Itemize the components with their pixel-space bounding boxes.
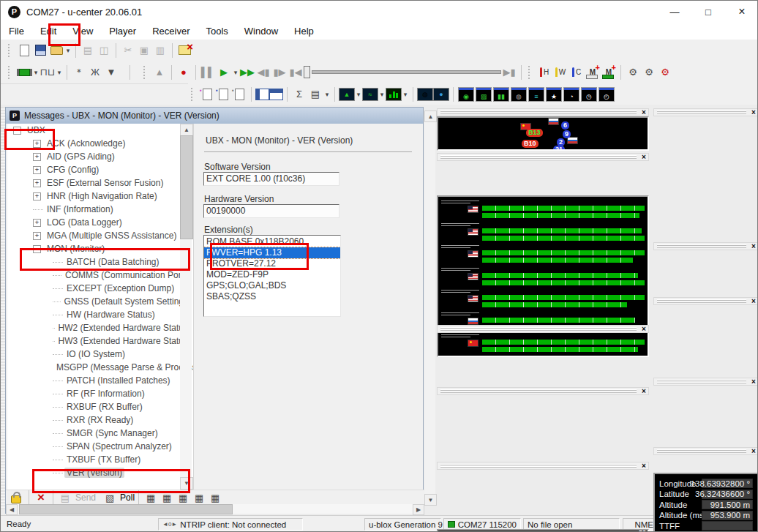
step-forward-icon[interactable]: ▮▶ [271,64,288,80]
message-add-icon[interactable]: M [585,64,601,80]
autobaud-wand-icon[interactable]: ＊ [71,64,87,80]
expand-plus-icon[interactable]: + [33,166,41,174]
tree-item-hnr[interactable]: +HNR (High Navigation Rate) [7,190,193,203]
gear-load-config-icon[interactable]: ⚙ [641,64,657,80]
tree-item-hw2[interactable]: HW2 (Extended Hardware Status) [7,321,193,334]
signal-history-panel-close-icon[interactable]: × [639,154,648,161]
world-map-panel-close-icon[interactable]: × [639,462,648,470]
tree-item-log[interactable]: +LOG (Data Logger) [7,216,193,229]
software-version-field[interactable]: EXT CORE 1.00 (f10c36) [203,172,339,186]
new-file-icon[interactable] [16,42,32,59]
extension-item[interactable]: SBAS;QZSS [204,291,340,302]
signal-chart-panel-close-icon[interactable]: × [639,326,648,333]
expand-plus-icon[interactable]: + [33,232,41,240]
step-back-icon[interactable]: ◀▮ [255,64,271,80]
chart-view-icon[interactable]: ▲ [339,88,355,101]
disconnect-icon[interactable] [179,45,191,55]
play-dropdown-icon[interactable]: ▾ [232,69,239,76]
tree-item-inf[interactable]: INF (Information) [7,203,193,216]
speedometer-panel-dragbar[interactable]: × [653,297,758,305]
expand-plus-icon[interactable]: + [33,179,41,187]
open-dropdown-icon[interactable]: ▾ [64,47,72,54]
dock-left-icon[interactable] [255,89,269,100]
tree-scroll-thumb[interactable] [180,135,193,239]
collapse-minus-icon[interactable]: - [33,245,41,253]
tree-item-msgpp[interactable]: MSGPP (Message Parse & Process) [7,361,193,374]
record-icon[interactable]: ● [176,64,192,80]
histogram-dropdown-icon[interactable]: ▾ [402,91,409,98]
dock-tree-right-icon[interactable]: ▦ [191,490,207,506]
menu-player[interactable]: Player [101,23,144,39]
coldstart-icon[interactable]: C [568,64,585,80]
print-preview-icon[interactable]: ◫ [96,42,112,59]
baudrate-icon[interactable]: ⊓⊔ [40,64,56,80]
close-button[interactable]: × [725,1,758,23]
speedometer-panel-close-icon[interactable]: × [749,298,758,305]
statistics-sigma-icon[interactable]: Σ [291,86,307,102]
menu-file[interactable]: File [1,23,32,39]
fast-forward-icon[interactable]: ▶▶ [239,64,255,80]
menu-view[interactable]: View [64,23,101,39]
tree-item-patch[interactable]: PATCH (Installed Patches) [7,374,193,387]
clock-window-icon[interactable]: ◷ [581,87,597,102]
position-map-panel-close-icon[interactable]: × [639,388,648,395]
gear-revert-config-icon[interactable]: ⚙ [657,64,673,80]
tree-scroll-up-icon[interactable]: ▲ [180,124,193,136]
menu-receiver[interactable]: Receiver [144,23,198,39]
extensions-list[interactable]: ROM BASE 0x118B2060FWVER=HPG 1.13PROTVER… [203,235,341,317]
eject-icon[interactable]: ▲ [151,64,168,80]
new-chart-doc-icon[interactable]: ▪ [199,86,215,102]
warmstart-icon[interactable]: W [552,64,568,80]
minimize-button[interactable]: — [658,1,691,23]
signal-strength-icon[interactable]: ▮▮ [493,87,509,102]
message-table-icon[interactable]: ≡ [528,87,544,102]
debug-bug-icon[interactable]: Ж [87,64,103,80]
message-add2-icon[interactable]: M [601,64,617,80]
cut-icon[interactable]: ✂ [120,42,136,59]
tree-item-rxr[interactable]: RXR (RX Ready) [7,413,193,427]
altimeter-window-icon[interactable]: ◴ [598,87,615,102]
copy-icon[interactable]: ▣ [136,42,152,59]
play-icon[interactable]: ▶ [216,64,232,80]
sky-view-icon[interactable]: ◉ [458,87,474,102]
tree-item-io[interactable]: IO (IO System) [7,348,193,361]
tree-item-txbuf[interactable]: TXBUF (TX Buffer) [7,453,193,466]
hscroll-left-icon[interactable]: ◀ [6,504,18,515]
baudrate-dropdown-icon[interactable]: ▾ [56,69,63,76]
save-icon[interactable] [32,42,48,59]
tree-item-ubx[interactable]: -UBX [7,124,193,137]
player-progress-slider[interactable] [304,66,501,79]
collapse-minus-icon[interactable]: - [13,127,21,135]
altimeter-panel-dragbar[interactable]: × [653,378,758,386]
workspace-scroll-up-icon[interactable]: ▲ [424,110,437,122]
connection-dropdown-icon[interactable]: ▾ [32,69,40,76]
tree-item-comms[interactable]: COMMS (Communication Ports) [7,269,193,282]
chart-dropdown-icon[interactable]: ▾ [355,91,362,98]
tree-item-rxbuf[interactable]: RXBUF (RX Buffer) [7,400,193,413]
table-view-icon[interactable]: ▤ [307,86,323,102]
line-chart-view-icon[interactable]: ≈ [362,88,378,101]
tree-item-mon[interactable]: -MON (Monitor) [7,242,193,255]
hscroll-thumb[interactable] [19,504,233,514]
hotstart-icon[interactable]: H [536,64,552,80]
histogram-view-icon[interactable] [386,88,402,101]
deviation-map-icon[interactable]: ▨ [476,87,492,102]
print-icon[interactable]: ▤ [80,42,96,59]
extension-item[interactable]: FWVER=HPG 1.13 [204,247,340,258]
menu-window[interactable]: Window [236,23,286,39]
tree-item-esf[interactable]: +ESF (External Sensor Fusion) [7,176,193,190]
tree-item-smgr[interactable]: SMGR (Sync Manager) [7,427,193,440]
position-data-panel-close-icon[interactable]: × [749,109,758,116]
expand-plus-icon[interactable]: + [33,153,41,161]
position-map-panel-dragbar[interactable]: × [437,387,649,395]
open-icon[interactable] [48,42,64,59]
autopoll-icon[interactable]: ▦ [143,490,159,506]
tree-item-gnss[interactable]: GNSS (Default System Settings) [7,295,193,308]
tree-scroll-down-icon[interactable]: ▼ [180,477,193,490]
slider-thumb[interactable] [304,66,310,78]
table-dropdown-icon[interactable]: ▾ [323,91,331,98]
terminal-icon[interactable]: ▦ [207,490,223,506]
world-map-panel-dragbar[interactable]: × [437,462,649,470]
dock-tree-left-icon[interactable]: ▦ [175,490,191,506]
menu-edit[interactable]: Edit [32,23,64,39]
